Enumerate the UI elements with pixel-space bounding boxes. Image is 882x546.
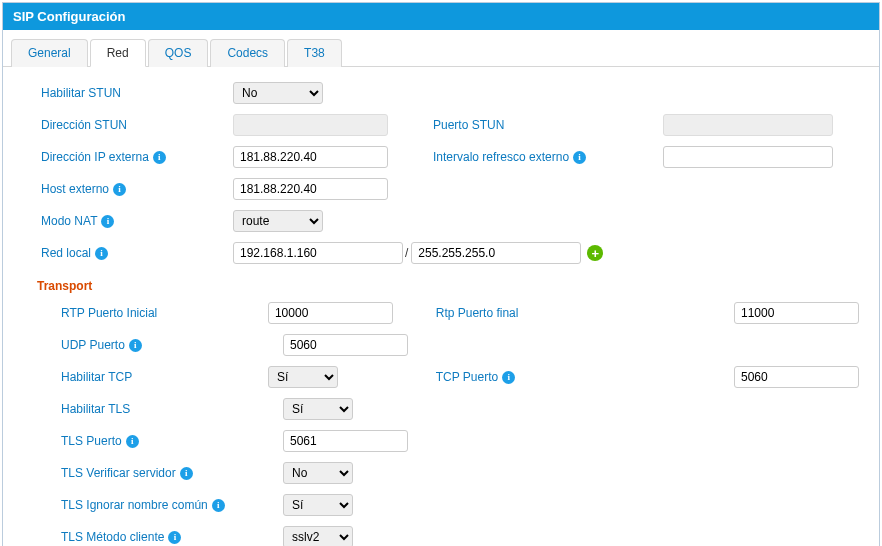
tab-bar: General Red QOS Codecs T38: [3, 30, 879, 67]
input-udp-puerto[interactable]: [283, 334, 408, 356]
label-tls-ignorar-nombre-comun: TLS Ignorar nombre común i: [23, 498, 283, 512]
label-intervalo-refresco-externo-text: Intervalo refresco externo: [433, 150, 569, 164]
info-icon[interactable]: i: [573, 151, 586, 164]
info-icon[interactable]: i: [113, 183, 126, 196]
form-body: Habilitar STUN No Dirección STUN Puerto …: [3, 67, 879, 546]
tab-qos[interactable]: QOS: [148, 39, 209, 67]
input-rtp-puerto-final[interactable]: [734, 302, 859, 324]
slash-separator: /: [405, 246, 408, 260]
label-tcp-puerto-text: TCP Puerto: [436, 370, 498, 384]
select-habilitar-stun[interactable]: No: [233, 82, 323, 104]
label-direccion-ip-externa: Dirección IP externa i: [23, 150, 233, 164]
input-red-local-mask[interactable]: [411, 242, 581, 264]
label-red-local: Red local i: [23, 246, 233, 260]
info-icon[interactable]: i: [168, 531, 181, 544]
info-icon[interactable]: i: [212, 499, 225, 512]
label-habilitar-tls: Habilitar TLS: [23, 402, 283, 416]
label-direccion-stun: Dirección STUN: [23, 118, 233, 132]
tab-t38[interactable]: T38: [287, 39, 342, 67]
label-tls-ignorar-nombre-comun-text: TLS Ignorar nombre común: [61, 498, 208, 512]
label-red-local-text: Red local: [41, 246, 91, 260]
select-habilitar-tls[interactable]: Sí: [283, 398, 353, 420]
label-tls-verificar-servidor: TLS Verificar servidor i: [23, 466, 283, 480]
input-rtp-puerto-inicial[interactable]: [268, 302, 393, 324]
label-habilitar-stun: Habilitar STUN: [23, 86, 233, 100]
input-intervalo-refresco-externo[interactable]: [663, 146, 833, 168]
label-direccion-ip-externa-text: Dirección IP externa: [41, 150, 149, 164]
select-tls-metodo-cliente[interactable]: sslv2: [283, 526, 353, 546]
label-tls-metodo-cliente-text: TLS Método cliente: [61, 530, 164, 544]
tab-general[interactable]: General: [11, 39, 88, 67]
label-udp-puerto: UDP Puerto i: [23, 338, 283, 352]
tab-codecs[interactable]: Codecs: [210, 39, 285, 67]
label-tcp-puerto: TCP Puerto i: [436, 370, 734, 384]
label-tls-verificar-servidor-text: TLS Verificar servidor: [61, 466, 176, 480]
label-tls-puerto: TLS Puerto i: [23, 434, 283, 448]
sip-config-panel: SIP Configuración General Red QOS Codecs…: [2, 2, 880, 546]
label-udp-puerto-text: UDP Puerto: [61, 338, 125, 352]
info-icon[interactable]: i: [95, 247, 108, 260]
label-host-externo: Host externo i: [23, 182, 233, 196]
label-intervalo-refresco-externo: Intervalo refresco externo i: [433, 150, 663, 164]
panel-title: SIP Configuración: [3, 3, 879, 30]
input-puerto-stun: [663, 114, 833, 136]
info-icon[interactable]: i: [126, 435, 139, 448]
label-modo-nat: Modo NAT i: [23, 214, 233, 228]
input-direccion-stun: [233, 114, 388, 136]
input-tls-puerto[interactable]: [283, 430, 408, 452]
label-rtp-puerto-final: Rtp Puerto final: [436, 306, 734, 320]
label-tls-metodo-cliente: TLS Método cliente i: [23, 530, 283, 544]
label-host-externo-text: Host externo: [41, 182, 109, 196]
label-tls-puerto-text: TLS Puerto: [61, 434, 122, 448]
select-tls-ignorar-nombre-comun[interactable]: Sí: [283, 494, 353, 516]
info-icon[interactable]: i: [153, 151, 166, 164]
info-icon[interactable]: i: [101, 215, 114, 228]
input-tcp-puerto[interactable]: [734, 366, 859, 388]
tab-red[interactable]: Red: [90, 39, 146, 67]
select-habilitar-tcp[interactable]: Sí: [268, 366, 338, 388]
input-host-externo[interactable]: [233, 178, 388, 200]
input-direccion-ip-externa[interactable]: [233, 146, 388, 168]
section-transport: Transport: [23, 269, 859, 297]
select-modo-nat[interactable]: route: [233, 210, 323, 232]
label-habilitar-tcp: Habilitar TCP: [23, 370, 268, 384]
input-red-local-ip[interactable]: [233, 242, 403, 264]
info-icon[interactable]: i: [502, 371, 515, 384]
label-modo-nat-text: Modo NAT: [41, 214, 97, 228]
info-icon[interactable]: i: [129, 339, 142, 352]
label-puerto-stun: Puerto STUN: [433, 118, 663, 132]
select-tls-verificar-servidor[interactable]: No: [283, 462, 353, 484]
info-icon[interactable]: i: [180, 467, 193, 480]
label-rtp-puerto-inicial: RTP Puerto Inicial: [23, 306, 268, 320]
add-icon[interactable]: +: [587, 245, 603, 261]
